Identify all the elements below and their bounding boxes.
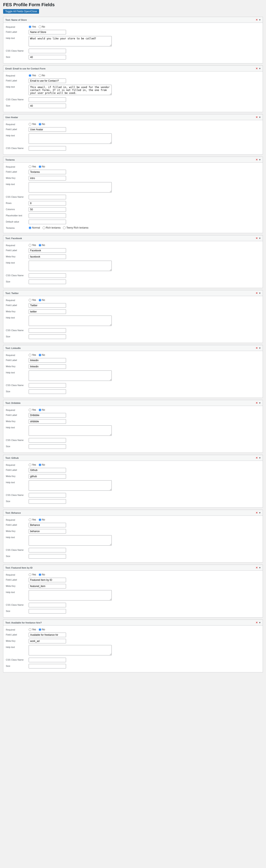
delete-icon[interactable]: ✕ <box>256 621 258 624</box>
css-class-input[interactable] <box>29 97 66 102</box>
css-class-input[interactable] <box>29 438 66 443</box>
size-field[interactable] <box>29 609 260 614</box>
css-class-field[interactable] <box>29 548 260 552</box>
css-class-field[interactable] <box>29 493 260 497</box>
css-class-field[interactable] <box>29 49 260 53</box>
help-text-input[interactable]: What would you like your store to be cal… <box>29 36 112 46</box>
required-field[interactable]: Yes No <box>29 628 260 631</box>
field-label-field[interactable] <box>29 578 260 582</box>
textarea-type-field[interactable]: Normal Rich textarea Teeny Rich textarea <box>29 226 260 229</box>
meta-key-input[interactable] <box>29 419 66 424</box>
help-text-field[interactable] <box>29 535 260 546</box>
meta-key-field[interactable] <box>29 639 260 643</box>
field-label-input[interactable] <box>29 578 66 582</box>
chevron-down-icon[interactable]: ▾ <box>259 511 261 514</box>
help-text-input[interactable] <box>29 182 112 192</box>
meta-key-field[interactable] <box>29 254 260 259</box>
field-label-input[interactable] <box>29 79 66 83</box>
field-label-input[interactable] <box>29 248 66 253</box>
meta-key-field[interactable] <box>29 364 260 369</box>
css-class-input[interactable] <box>29 548 66 552</box>
size-input[interactable] <box>29 444 66 449</box>
help-text-input[interactable] <box>29 261 112 271</box>
help-text-input[interactable] <box>29 425 112 436</box>
required-field[interactable]: Yes No <box>29 518 260 521</box>
size-input[interactable] <box>29 664 66 669</box>
help-text-field[interactable]: What would you like your store to be cal… <box>29 36 260 47</box>
meta-key-input[interactable] <box>29 176 66 181</box>
chevron-down-icon[interactable]: ▾ <box>259 566 261 569</box>
chevron-down-icon[interactable]: ▾ <box>259 401 261 404</box>
delete-icon[interactable]: ✕ <box>256 346 258 349</box>
css-class-input[interactable] <box>29 603 66 607</box>
css-class-input[interactable] <box>29 195 66 199</box>
delete-icon[interactable]: ✕ <box>256 511 258 514</box>
help-text-input[interactable] <box>29 133 112 144</box>
css-class-field[interactable] <box>29 273 260 278</box>
chevron-down-icon[interactable]: ▾ <box>259 18 261 21</box>
meta-key-field[interactable] <box>29 474 260 479</box>
required-field[interactable]: Yes No <box>29 25 260 28</box>
size-field[interactable] <box>29 389 260 394</box>
size-field[interactable] <box>29 103 260 108</box>
textarea-normal-option[interactable]: Normal <box>29 226 40 229</box>
css-class-input[interactable] <box>29 493 66 497</box>
size-input[interactable] <box>29 335 66 339</box>
help-text-field[interactable] <box>29 371 260 381</box>
size-field[interactable] <box>29 664 260 669</box>
size-field[interactable] <box>29 335 260 339</box>
css-class-input[interactable] <box>29 658 66 662</box>
field-label-field[interactable] <box>29 632 260 637</box>
css-class-field[interactable] <box>29 438 260 443</box>
help-text-input[interactable] <box>29 535 112 546</box>
css-class-field[interactable] <box>29 383 260 388</box>
field-label-input[interactable] <box>29 127 66 132</box>
required-field[interactable]: Yes No <box>29 73 260 77</box>
chevron-down-icon[interactable]: ▾ <box>259 346 261 349</box>
help-text-field[interactable] <box>29 133 260 145</box>
size-input[interactable] <box>29 389 66 394</box>
placeholder-field[interactable] <box>29 213 260 218</box>
size-input[interactable] <box>29 609 66 614</box>
help-text-field[interactable]: This email, if filled in, will be used f… <box>29 85 260 96</box>
field-label-input[interactable] <box>29 632 66 637</box>
size-field[interactable] <box>29 554 260 559</box>
columns-field[interactable] <box>29 207 260 212</box>
field-label-field[interactable] <box>29 170 260 174</box>
size-input[interactable] <box>29 554 66 559</box>
size-input[interactable] <box>29 499 66 504</box>
meta-key-input[interactable] <box>29 474 66 479</box>
required-field[interactable]: Yes No <box>29 353 260 356</box>
field-label-input[interactable] <box>29 303 66 308</box>
meta-key-field[interactable] <box>29 309 260 314</box>
meta-key-input[interactable] <box>29 309 66 314</box>
help-text-input[interactable] <box>29 316 112 326</box>
delete-icon[interactable]: ✕ <box>256 291 258 294</box>
size-input[interactable] <box>29 280 66 284</box>
help-text-field[interactable] <box>29 182 260 193</box>
delete-icon[interactable]: ✕ <box>256 18 258 21</box>
css-class-field[interactable] <box>29 146 260 151</box>
columns-input[interactable] <box>29 207 66 212</box>
help-text-field[interactable] <box>29 316 260 327</box>
field-label-field[interactable] <box>29 248 260 253</box>
css-class-field[interactable] <box>29 195 260 199</box>
help-text-input[interactable] <box>29 645 112 655</box>
default-value-field[interactable] <box>29 220 260 224</box>
field-label-field[interactable] <box>29 127 260 132</box>
css-class-field[interactable] <box>29 97 260 102</box>
delete-icon[interactable]: ✕ <box>256 456 258 459</box>
delete-icon[interactable]: ✕ <box>256 401 258 404</box>
field-label-field[interactable] <box>29 468 260 472</box>
css-class-input[interactable] <box>29 49 66 53</box>
required-field[interactable]: Yes No <box>29 298 260 302</box>
size-field[interactable] <box>29 499 260 504</box>
meta-key-input[interactable] <box>29 584 66 588</box>
chevron-down-icon[interactable]: ▾ <box>259 237 261 240</box>
field-label-field[interactable] <box>29 413 260 417</box>
required-field[interactable]: Yes No <box>29 165 260 168</box>
help-text-field[interactable] <box>29 425 260 436</box>
required-field[interactable]: Yes No <box>29 122 260 126</box>
css-class-input[interactable] <box>29 273 66 278</box>
chevron-down-icon[interactable]: ▾ <box>259 291 261 294</box>
